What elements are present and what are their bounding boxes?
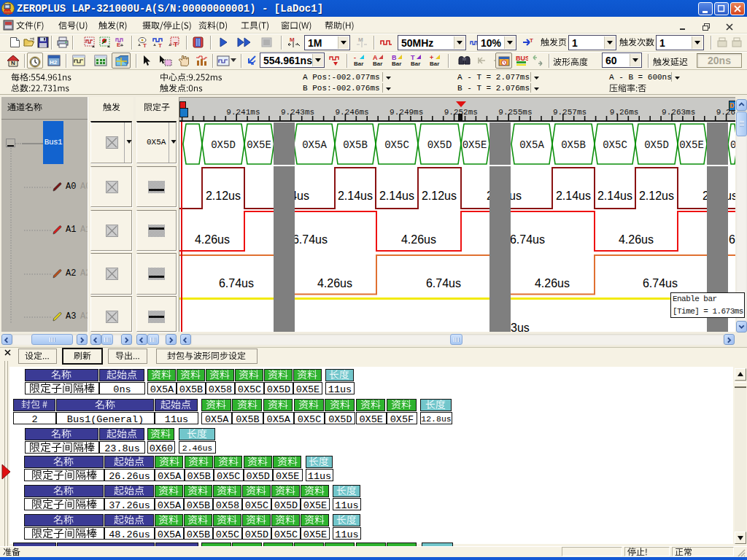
svg-text:T: T [158,42,162,48]
svg-text:Bar: Bar [411,61,420,67]
svg-text:H2: H2 [50,59,58,66]
svg-text:E: E [117,42,121,48]
svg-text:M: M [290,36,295,43]
svg-text:Bar: Bar [392,61,401,67]
svg-text:T: T [530,37,533,44]
svg-text:Bar: Bar [430,61,439,67]
svg-text:T: T [143,42,147,48]
svg-text:Bar: Bar [373,61,382,67]
svg-text:N: N [11,60,15,66]
svg-text:Bar: Bar [354,61,363,67]
svg-text:M: M [358,36,363,43]
svg-text:BUS: BUS [516,55,528,62]
svg-text:T: T [174,41,178,48]
